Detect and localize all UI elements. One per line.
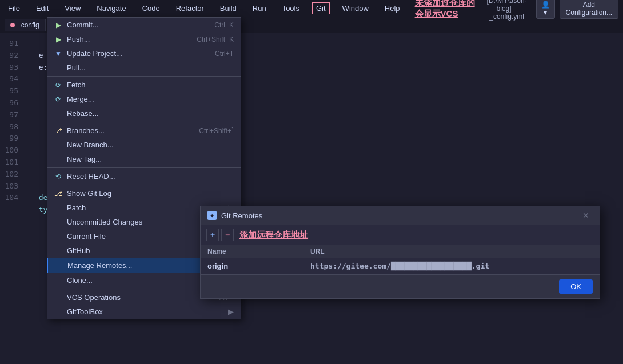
new-branch-icon	[54, 141, 62, 149]
dialog-toolbar: + − 添加远程仓库地址	[201, 225, 600, 245]
menu-item-rebase[interactable]: Rebase...	[47, 106, 241, 121]
vcs-operations-label: VCS Operations	[67, 293, 121, 302]
manage-remotes-icon	[55, 262, 63, 270]
uncommitted-changes-label: Uncommitted Changes	[67, 218, 142, 226]
remote-name-origin: origin	[207, 262, 310, 270]
line-numbers: 91 92 93 94 95 96 97 98 99 100 101 102 1…	[0, 33, 23, 364]
show-git-log-label: Show Git Log	[67, 189, 111, 198]
menu-item-update-project[interactable]: ▼ Update Project... Ctrl+T	[47, 46, 241, 61]
pull-label: Pull...	[67, 63, 86, 72]
col-url-header: URL	[310, 247, 593, 255]
separator-1	[47, 76, 241, 77]
commit-shortcut: Ctrl+K	[214, 21, 234, 29]
new-branch-label: New Branch...	[67, 141, 114, 149]
github-label: GitHub	[67, 246, 90, 255]
pull-icon	[54, 64, 62, 72]
clone-label: Clone...	[67, 276, 93, 285]
menu-item-new-branch[interactable]: New Branch...	[47, 138, 241, 152]
fetch-icon: ⟳	[54, 81, 62, 89]
dialog-title: Git Remotes	[221, 211, 579, 220]
update-shortcut: Ctrl+T	[215, 50, 234, 58]
menu-item-show-git-log[interactable]: ⎇ Show Git Log	[47, 186, 241, 201]
menu-item-merge[interactable]: ⟳ Merge...	[47, 92, 241, 106]
menu-window[interactable]: Window	[339, 3, 372, 14]
branches-label: Branches...	[67, 126, 105, 135]
dialog-icon: ✦	[207, 211, 217, 220]
menu-help[interactable]: Help	[381, 3, 404, 14]
add-remote-button[interactable]: +	[206, 229, 219, 241]
menu-file[interactable]: File	[5, 3, 23, 14]
update-label: Update Project...	[67, 49, 122, 58]
menu-tools[interactable]: Tools	[279, 3, 303, 14]
remove-remote-button[interactable]: −	[221, 229, 234, 241]
ok-button[interactable]: OK	[559, 279, 593, 294]
menu-edit[interactable]: Edit	[33, 3, 52, 14]
dialog-titlebar: ✦ Git Remotes ✕	[201, 206, 600, 225]
rebase-label: Rebase...	[67, 109, 99, 118]
new-tag-label: New Tag...	[67, 155, 102, 163]
gittoolbox-label: GitToolBox	[67, 307, 103, 316]
gittoolbox-icon	[54, 308, 62, 316]
reset-icon: ⟲	[54, 173, 62, 181]
menu-run[interactable]: Run	[249, 3, 270, 14]
manage-remotes-label: Manage Remotes...	[67, 261, 132, 270]
separator-3	[47, 167, 241, 168]
push-shortcut: Ctrl+Shift+K	[197, 35, 234, 43]
branches-shortcut: Ctrl+Shift+`	[199, 127, 234, 135]
annotation-vcs-banner: 未添加过仓库的会显示VCS	[415, 0, 478, 19]
modified-indicator	[10, 23, 15, 27]
menu-item-pull[interactable]: Pull...	[47, 61, 241, 75]
vcs-icon	[54, 294, 62, 302]
commit-icon: ▶	[54, 21, 62, 29]
add-remote-annotation: 添加远程仓库地址	[239, 230, 308, 241]
window-title: [D:\MY\ason-blog] – _config.yml	[487, 0, 527, 21]
menu-item-new-tag[interactable]: New Tag...	[47, 152, 241, 166]
git-remotes-dialog: ✦ Git Remotes ✕ + − 添加远程仓库地址 Name URL or…	[200, 206, 600, 299]
menu-item-push[interactable]: ▶ Push... Ctrl+Shift+K	[47, 32, 241, 46]
patch-label: Patch	[67, 203, 86, 212]
menu-item-commit[interactable]: ▶ Commit... Ctrl+K	[47, 18, 241, 32]
rebase-icon	[54, 110, 62, 118]
remote-row-origin[interactable]: origin https://gitee.com/███████████████…	[201, 258, 600, 274]
commit-label: Commit...	[67, 21, 99, 29]
push-label: Push...	[67, 35, 90, 43]
menu-git[interactable]: Git	[312, 2, 330, 14]
new-tag-icon	[54, 155, 62, 163]
top-bar-right: 👤 ▾ Add Configuration...	[536, 0, 618, 19]
merge-icon: ⟳	[54, 95, 62, 103]
dialog-table-header: Name URL	[201, 245, 600, 258]
dialog-close-button[interactable]: ✕	[579, 210, 593, 221]
menu-item-reset-head[interactable]: ⟲ Reset HEAD...	[47, 169, 241, 183]
patch-icon	[54, 204, 62, 212]
dialog-footer: OK	[201, 274, 600, 298]
top-menu-bar: File Edit View Navigate Code Refactor Bu…	[0, 0, 623, 17]
file-tab-config[interactable]: _config	[5, 19, 46, 31]
branches-icon: ⎇	[54, 127, 62, 135]
menu-item-gittoolbox[interactable]: GitToolBox ▶	[47, 305, 241, 319]
git-log-icon: ⎇	[54, 190, 62, 198]
menu-item-branches[interactable]: ⎇ Branches... Ctrl+Shift+`	[47, 123, 241, 138]
file-tab-name: _config	[17, 21, 39, 29]
separator-4	[47, 185, 241, 185]
github-icon	[54, 247, 62, 255]
gittoolbox-arrow: ▶	[228, 307, 234, 316]
update-icon: ▼	[54, 50, 62, 58]
menu-refactor[interactable]: Refactor	[173, 3, 207, 14]
fetch-label: Fetch	[67, 81, 86, 89]
menu-view[interactable]: View	[61, 3, 84, 14]
merge-label: Merge...	[67, 95, 94, 103]
reset-head-label: Reset HEAD...	[67, 172, 115, 181]
user-icon-button[interactable]: 👤 ▾	[536, 0, 555, 19]
menu-navigate[interactable]: Navigate	[93, 3, 129, 14]
remote-url-origin: https://gitee.com/██████████████████.git	[310, 262, 593, 270]
separator-2	[47, 122, 241, 122]
clone-icon	[54, 277, 62, 285]
add-configuration-button[interactable]: Add Configuration...	[560, 0, 618, 19]
current-file-label: Current File	[67, 232, 106, 241]
uncommitted-icon	[54, 218, 62, 226]
col-name-header: Name	[207, 247, 310, 255]
menu-build[interactable]: Build	[217, 3, 240, 14]
current-file-icon	[54, 233, 62, 241]
menu-item-fetch[interactable]: ⟳ Fetch	[47, 78, 241, 92]
menu-code[interactable]: Code	[139, 3, 163, 14]
